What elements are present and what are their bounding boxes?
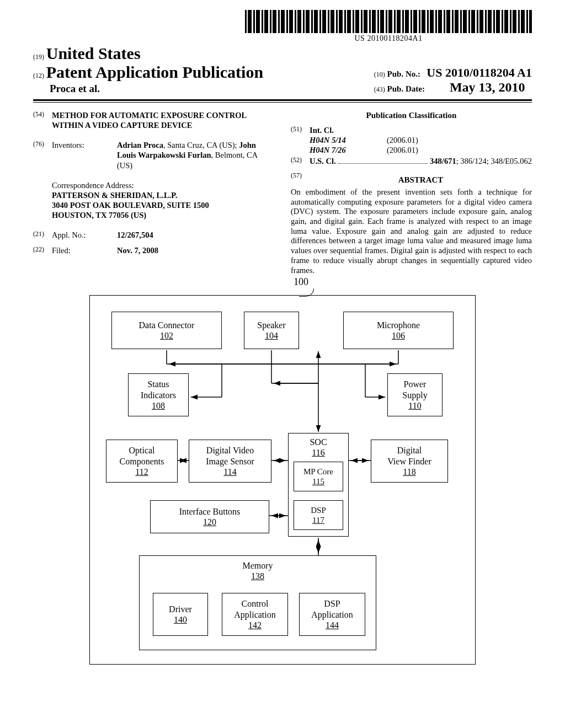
box-status: Status Indicators 108 (128, 373, 189, 416)
figure-wrap: 100 Data Connector 102 Speaker 104 Micro… (33, 291, 532, 668)
box-data-connector: Data Connector 102 (111, 312, 222, 349)
inventor-1-loc: , Santa Cruz, CA (US); (163, 141, 239, 149)
code-54: (54) (33, 110, 52, 130)
label-mpcore: MP Core (294, 467, 343, 477)
filed-row: (22) Filed: Nov. 7, 2008 (33, 245, 274, 255)
ref-status: 108 (129, 400, 188, 411)
pub-no: US 2010/0118204 A1 (427, 66, 532, 79)
right-column: Publication Classification (51) Int. Cl.… (291, 110, 532, 275)
filed-label: Filed: (52, 245, 117, 255)
rule-thick (33, 99, 532, 101)
label-soc: SOC (289, 437, 348, 447)
label-dspapp-2: Application (300, 609, 365, 620)
label-sensor-1: Digital Video (189, 445, 271, 456)
label-microphone: Microphone (344, 320, 453, 330)
ref-ctrlapp: 142 (222, 620, 287, 630)
label-data-connector: Data Connector (112, 320, 221, 330)
patent-page: US 20100118204A1 (19) United States (12)… (0, 0, 565, 728)
ref-mpcore: 115 (294, 477, 343, 486)
pub-no-label: Pub. No.: (387, 69, 420, 78)
code-12: (12) (33, 72, 44, 79)
pub-date-line: (43) Pub. Date: May 13, 2010 (374, 80, 532, 95)
label-power-1: Power (388, 379, 442, 389)
ref-dsp: 117 (294, 515, 343, 525)
ref-memory: 138 (140, 571, 376, 581)
code-21: (21) (33, 230, 52, 240)
intcl-block: Int. Cl. H04N 5/14 (2006.01) H04N 7/26 (… (310, 125, 532, 155)
dot-leader (338, 163, 428, 164)
box-ctrlapp: Control Application 142 (222, 593, 288, 636)
pub-date: May 13, 2010 (450, 80, 525, 94)
corr-1: PATTERSON & SHERIDAN, L.L.P. (52, 190, 274, 200)
abstract-head-row: (57) ABSTRACT (291, 172, 532, 188)
box-power: Power Supply 110 (387, 373, 443, 416)
label-status-2: Indicators (129, 390, 188, 400)
box-microphone: Microphone 106 (343, 312, 454, 349)
uscl-row: (52) U.S. Cl. 348/671; 386/124; 348/E05.… (291, 156, 532, 166)
barcode-text: US 20100118204A1 (245, 34, 532, 43)
title-row: (54) METHOD FOR AUTOMATIC EXPOSURE CONTR… (33, 110, 274, 130)
corr-label: Correspondence Address: (52, 180, 274, 190)
inventors-short: Proca et al. (33, 83, 263, 95)
code-43: (43) (374, 85, 385, 93)
code-76: (76) (33, 140, 52, 170)
label-ctrlapp-1: Control (222, 598, 287, 609)
inventors-row: (76) Inventors: Adrian Proca, Santa Cruz… (33, 140, 274, 170)
abstract-label: ABSTRACT (310, 175, 532, 185)
label-memory: Memory (140, 560, 376, 571)
label-buttons: Interface Buttons (151, 506, 269, 517)
ref-optical: 112 (106, 467, 177, 477)
box-dspapp: DSP Application 144 (299, 593, 365, 636)
ref-soc: 116 (289, 447, 348, 458)
box-sensor: Digital Video Image Sensor 114 (189, 440, 271, 483)
box-optical: Optical Components 112 (106, 440, 178, 483)
box-buttons: Interface Buttons 120 (150, 500, 269, 533)
ref-100: 100 (294, 276, 308, 288)
correspondence-block: Correspondence Address: PATTERSON & SHER… (52, 180, 274, 221)
uscl-label: U.S. Cl. (310, 156, 336, 166)
label-speaker: Speaker (244, 320, 299, 330)
ref-power: 110 (388, 400, 442, 411)
ref-viewfinder: 118 (371, 467, 447, 477)
code-52: (52) (291, 156, 310, 166)
code-10: (10) (374, 71, 385, 78)
intcl-label: Int. Cl. (310, 125, 532, 135)
code-51: (51) (291, 125, 310, 155)
ref-data-connector: 102 (112, 330, 221, 341)
inventor-1: Adrian Proca (117, 141, 163, 149)
code-22: (22) (33, 245, 52, 255)
inventors-value: Adrian Proca, Santa Cruz, CA (US); John … (117, 140, 274, 170)
label-power-2: Supply (388, 390, 442, 400)
intcl-2-year: (2006.01) (387, 145, 418, 155)
uscl-rest: ; 386/124; 348/E05.062 (456, 157, 532, 165)
ref-driver: 140 (153, 614, 207, 625)
intcl-1: H04N 5/14 (310, 135, 387, 145)
box-dsp: DSP 117 (294, 500, 343, 530)
box-mpcore: MP Core 115 (294, 462, 343, 491)
ref-sensor: 114 (189, 467, 271, 477)
ref-microphone: 106 (344, 330, 453, 341)
corr-3: HOUSTON, TX 77056 (US) (52, 210, 274, 220)
intcl-2: H04N 7/26 (310, 145, 387, 155)
uscl-value: 348/671; 386/124; 348/E05.062 (430, 156, 532, 166)
appl-label: Appl. No.: (52, 230, 117, 240)
label-ctrlapp-2: Application (222, 609, 287, 620)
header-right: (10) Pub. No.: US 2010/0118204 A1 (43) P… (374, 66, 532, 95)
header-left: (12) Patent Application Publication Proc… (33, 63, 263, 95)
inventors-label: Inventors: (52, 140, 117, 170)
country-line: (19) United States (33, 44, 532, 63)
label-viewfinder-2: View Finder (371, 456, 447, 467)
uscl-bold: 348/671 (430, 157, 456, 165)
barcode-graphic (245, 10, 532, 33)
box-viewfinder: Digital View Finder 118 (371, 440, 448, 483)
country: United States (46, 44, 141, 62)
code-57: (57) (291, 172, 310, 188)
appl-row: (21) Appl. No.: 12/267,504 (33, 230, 274, 240)
biblio-columns: (54) METHOD FOR AUTOMATIC EXPOSURE CONTR… (33, 110, 532, 275)
doc-type: Patent Application Publication (46, 63, 263, 81)
box-driver: Driver 140 (153, 593, 208, 636)
ref-speaker: 104 (244, 330, 299, 341)
intcl-1-row: H04N 5/14 (2006.01) (310, 135, 532, 145)
label-dsp: DSP (294, 505, 343, 515)
left-column: (54) METHOD FOR AUTOMATIC EXPOSURE CONTR… (33, 110, 274, 275)
